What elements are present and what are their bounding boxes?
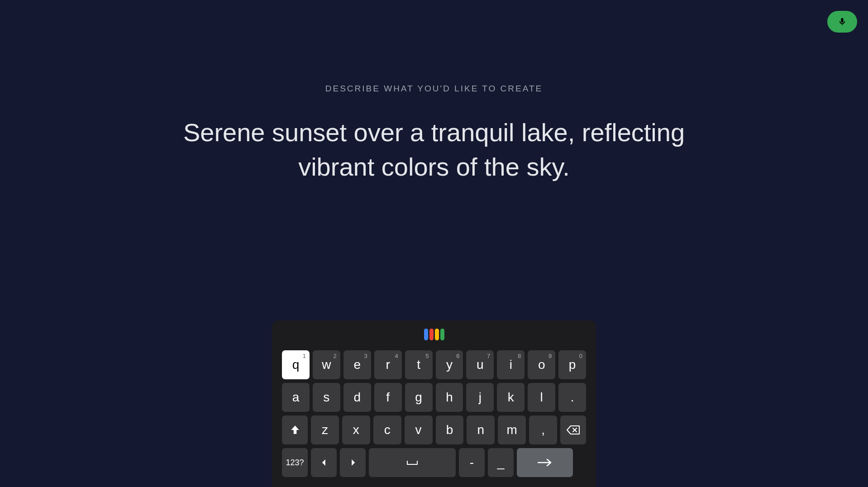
key-b[interactable]: b [436,415,464,444]
key-v[interactable]: v [405,415,433,444]
key-g[interactable]: g [405,383,433,412]
key-x[interactable]: x [342,415,370,444]
key-superscript: 8 [518,353,521,359]
key-,[interactable]: , [529,415,557,444]
on-screen-keyboard: q1w2e3r4t5y6u7i8o9p0 asdfghjkl. zxcvbnm,… [272,320,596,487]
key-e[interactable]: e3 [343,350,371,379]
key-s[interactable]: s [313,383,340,412]
keyboard-row-1: q1w2e3r4t5y6u7i8o9p0 [282,350,586,379]
key-k[interactable]: k [497,383,525,412]
key-o[interactable]: o9 [528,350,555,379]
key-superscript: 9 [548,353,552,359]
key-c[interactable]: c [373,415,401,444]
key-superscript: 0 [579,353,582,359]
key-hyphen[interactable]: - [459,448,485,477]
key-nav-left[interactable] [311,448,337,477]
key-superscript: 3 [364,353,367,359]
key-shift[interactable] [282,415,308,444]
key-z[interactable]: z [311,415,339,444]
key-superscript: 1 [303,353,306,359]
shift-icon [289,424,301,436]
google-logo-icon [282,329,586,340]
key-superscript: 2 [334,353,337,359]
key-space[interactable] [369,448,456,477]
prompt-area: DESCRIBE WHAT YOU'D LIKE TO CREATE Seren… [0,0,868,184]
key-superscript: 5 [425,353,429,359]
arrow-right-icon [350,459,356,466]
key-p[interactable]: p0 [558,350,586,379]
backspace-icon [567,425,580,435]
key-symbols[interactable]: 123? [282,448,308,477]
arrow-right-long-icon [537,458,553,468]
key-j[interactable]: j [466,383,494,412]
arrow-left-icon [321,459,327,466]
key-t[interactable]: t5 [405,350,433,379]
key-.[interactable]: . [558,383,586,412]
key-y[interactable]: y6 [436,350,463,379]
keyboard-row-4: 123? - _ [282,448,586,477]
key-backspace[interactable] [560,415,586,444]
key-d[interactable]: d [343,383,371,412]
key-i[interactable]: i8 [497,350,525,379]
space-icon [406,458,418,467]
key-w[interactable]: w2 [313,350,340,379]
key-u[interactable]: u7 [466,350,494,379]
key-nav-right[interactable] [340,448,366,477]
key-a[interactable]: a [282,383,310,412]
keyboard-row-3: zxcvbnm, [282,415,586,444]
key-q[interactable]: q1 [282,350,310,379]
key-m[interactable]: m [498,415,526,444]
key-superscript: 4 [395,353,398,359]
mic-icon [838,17,847,26]
key-l[interactable]: l [528,383,555,412]
key-n[interactable]: n [467,415,495,444]
key-superscript: 6 [456,353,459,359]
key-underscore[interactable]: _ [488,448,514,477]
prompt-label: DESCRIBE WHAT YOU'D LIKE TO CREATE [325,84,543,94]
mic-button[interactable] [827,11,857,33]
key-h[interactable]: h [436,383,463,412]
key-enter[interactable] [517,448,573,477]
key-superscript: 7 [487,353,490,359]
key-f[interactable]: f [374,383,402,412]
keyboard-row-2: asdfghjkl. [282,383,586,412]
prompt-text[interactable]: Serene sunset over a tranquil lake, refl… [162,115,706,184]
key-r[interactable]: r4 [374,350,402,379]
